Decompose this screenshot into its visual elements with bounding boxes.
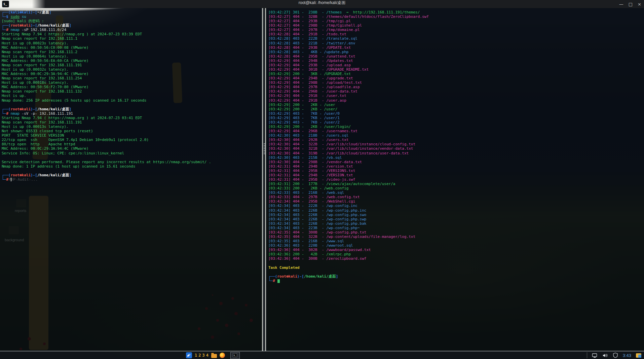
terminal-line: ┌──(root⊛kali)-[/home/kali/桌面] (268, 274, 429, 279)
terminal-line: [03:42:29] 404 - 294B - /Updates.txt (268, 59, 429, 63)
terminal-line: [03:42:31] 404 - 294B - /version.txt (268, 164, 429, 169)
display-icon[interactable] (592, 353, 598, 358)
terminal-line: Service detection performed. Please repo… (2, 160, 211, 164)
terminal-line: [03:42:33] 200 - 2KB - /web.config (268, 186, 429, 190)
terminal-app-icon[interactable]: $_ (2, 1, 9, 7)
terminal-line (268, 261, 429, 265)
desktop-icon-label-ghost: PHP-Audit-... (9, 177, 38, 182)
pane-splitter[interactable] (262, 8, 267, 351)
workspace-1[interactable]: 1 (195, 353, 197, 358)
terminal-line: [03:42:29] 404 - 291B - /user.asp (268, 98, 429, 103)
terminal-line: [03:42:36] 404 - 300B - /zeroclipboard.s… (268, 256, 429, 261)
terminal-task-button[interactable]: $_ (230, 352, 240, 359)
terminal-line (2, 155, 211, 160)
terminal-line: Nmap done: 1 IP address (1 host up) scan… (2, 164, 211, 169)
terminal-line: [03:42:30] 403 - 218B - /users.sql (268, 133, 429, 138)
terminal-line: Service Info: OS: Linux; CPE: cpe:/o:lin… (2, 151, 211, 155)
terminal-line: [03:42:35] 403 - 216B - /www.sql (268, 239, 429, 243)
terminal-line: [03:42:34] 403 - 226B - /wp-config.php.s… (268, 217, 429, 221)
terminal-line: [03:42:27] 404 - 328B - /themes/default/… (268, 14, 429, 19)
terminal-line: [03:42:29] 404 - 301B - /UPGRADE_README.… (268, 67, 429, 72)
terminal-line: Nmap scan report for 192.168.111.132 (2, 89, 211, 94)
minimize-button[interactable]: — (619, 2, 623, 7)
workspace-3[interactable]: 3 (202, 353, 204, 358)
terminal-line: [03:42:31] 200 - 177B - /views/ajax/auto… (268, 182, 429, 186)
workspace-pager[interactable]: 1 2 3 4 (195, 353, 209, 358)
terminal-line: MAC Address: 00:50:56:C0:00:08 (VMware) (2, 45, 211, 50)
desktop-icon-label-ghost: background (5, 238, 24, 242)
terminal-line: MAC Address: 00:0C:29:3A:94:4C (VMware) (2, 146, 211, 151)
terminal-line: [sudo] kali 的密码 : (2, 19, 211, 23)
right-terminal-pane[interactable]: [03:42:27] 301 - 238B - /themes → http:/… (267, 8, 644, 351)
close-button[interactable]: × (638, 2, 641, 7)
terminal-line: [03:42:29] 404 - 298B - /upload/test.txt (268, 80, 429, 85)
volume-icon[interactable] (602, 353, 608, 358)
terminal-line: [03:42:29] 200 - 2KB - /user/ (268, 107, 429, 111)
terminal-line: [03:42:28] 404 - 291B - /todo.txt (268, 32, 429, 36)
terminal-line: [03:42:29] 404 - 294B - /upgrade.txt (268, 76, 429, 80)
terminal-line: [03:42:36] 200 - 42B - /xmlrpc.php (268, 252, 429, 256)
terminal-line: [03:42:28] 404 - 295B - /unattend.txt (268, 54, 429, 59)
terminal-line: [03:42:27] 404 - 297B - /tmp/domaine.pl (268, 28, 429, 32)
workspace-4[interactable]: 4 (206, 353, 209, 358)
terminal-line: [03:42:34] 403 - 226B - /wp-config.php.b… (268, 221, 429, 226)
terminal-window[interactable]: ┌──(kali⊛kali)-[~/桌面]└─$ sudo su[sudo] k… (0, 8, 644, 351)
terminal-line: [03:42:33] 403 - 216B - /web.sql (268, 190, 429, 195)
terminal-line: [03:42:29] 404 - 296B - /user-data.txt (268, 89, 429, 94)
terminal-line: MAC Address: 00:50:56:EA:60:CA (VMware) (2, 59, 211, 63)
terminal-line: └─# nmap -sV -p- 192.168.111.191 (2, 111, 211, 116)
terminal-line: Nmap scan report for 192.168.111.191 (2, 120, 211, 124)
terminal-line: Task Completed (268, 265, 429, 270)
terminal-line: [03:42:30] 404 - 292B - /users.txt (268, 138, 429, 142)
terminal-line: Starting Nmap 7.94 ( https://nmap.org ) … (2, 32, 211, 36)
terminal-line: Host is up (0.00032s latency). (2, 67, 211, 72)
terminal-line: [03:42:31] 404 - 295B - /VERSIONS.txt (268, 169, 429, 173)
terminal-line: [03:42:29] 404 - 296B - /usernames.txt (268, 129, 429, 133)
terminal-line: [03:42:30] 404 - 322B - /var/lib/cloud/i… (268, 142, 429, 146)
taskbar-clock[interactable]: 3:43 (623, 353, 631, 358)
window-controls: — □ × (619, 0, 641, 8)
terminal-line: Nmap done: 256 IP addresses (5 hosts up)… (2, 98, 211, 103)
terminal-line: [03:42:29] 200 - 3KB - /UPGRADE.txt (268, 72, 429, 76)
file-manager-icon[interactable] (211, 354, 217, 358)
maximize-button[interactable]: □ (629, 2, 633, 7)
terminal-line (268, 270, 429, 274)
terminal-line: [03:42:30] 403 - 215B - /vb.sql (268, 155, 429, 160)
terminal-line: [03:42:34] 404 - 295B - /WebShell.cgi (268, 199, 429, 204)
desktop-icon-label-ghost: reports (15, 209, 26, 213)
folder-front (638, 355, 641, 358)
firefox-icon[interactable] (220, 353, 225, 358)
terminal-task-icon: $_ (233, 353, 237, 357)
terminal-line: [03:42:29] 404 - 297B - /uploadfile.asp (268, 85, 429, 89)
scrollbar-handle[interactable] (264, 143, 265, 155)
window-title: root@kali: /home/kali/桌面 (0, 0, 644, 8)
terminal-line: [03:42:34] 403 - 226B - /wp-config.php.i… (268, 208, 429, 213)
terminal-line: [03:42:28] 403 - 221B - /twitter/.env (268, 41, 429, 45)
terminal-line: [03:42:35] 404 - 322B - /wp-content/uplo… (268, 235, 429, 239)
tray-separator (587, 352, 587, 358)
workspace-2[interactable]: 2 (198, 353, 201, 358)
terminal-line: [03:42:29] 403 - 7KB - /user/1 (268, 116, 429, 120)
files-tray-icon[interactable] (636, 353, 641, 358)
terminal-line: └─# (268, 279, 429, 283)
terminal-line: [03:42:29] 404 - 291B - /user.txt (268, 94, 429, 98)
terminal-line: [03:42:30] 404 - 321B - /var/lib/cloud/i… (268, 146, 429, 151)
terminal-line: [03:42:34] 403 - 222B - /wp-config.inc (268, 204, 429, 208)
taskbar: 1 2 3 4 $_ 3:43 (0, 351, 644, 359)
terminal-line: [03:42:30] 404 - 319B - /var/lib/cloud/i… (268, 151, 429, 155)
terminal-line: [03:42:28] 403 - 222B - /translate.sql (268, 36, 429, 41)
terminal-line: Not shown: 65533 closed tcp ports (reset… (2, 129, 211, 133)
left-terminal-pane[interactable]: ┌──(kali⊛kali)-[~/桌面]└─$ sudo su[sudo] k… (0, 8, 262, 351)
terminal-line: [03:42:34] 403 - 223B - /wp-config.php~ (268, 226, 429, 230)
terminal-line: Nmap scan report for 192.168.111.2 (2, 50, 211, 54)
terminal-line: [03:42:36] 404 - 302B - /wwwboard/passwd… (268, 248, 429, 252)
terminal-line: Host is up. (2, 94, 211, 98)
kali-menu-button[interactable] (186, 352, 192, 358)
shield-icon[interactable] (613, 353, 618, 358)
terminal-line: [03:42:35] 404 - 300B - /wp-config.php.t… (268, 230, 429, 235)
terminal-line: [03:42:33] 404 - 297B - /web.config.txt (268, 195, 429, 199)
terminal-line: └─# nmap -sP 192.168.111.0/24 (2, 28, 211, 32)
terminal-line: [03:42:28] 403 - 4KB - /update.php (268, 50, 429, 54)
titlebar: root@kali: /home/kali/桌面 — □ × (0, 0, 644, 8)
terminal-line: [03:42:34] 403 - 226B - /wp-config.php.s… (268, 213, 429, 217)
